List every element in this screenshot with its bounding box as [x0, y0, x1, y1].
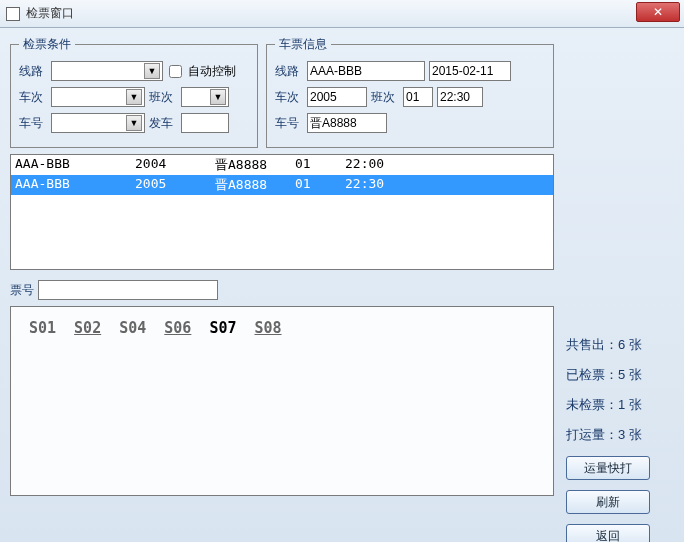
conditions-legend: 检票条件	[19, 36, 75, 53]
app-icon	[6, 7, 20, 21]
stat-checked: 已检票：5 张	[566, 366, 674, 384]
seat-S08[interactable]: S08	[254, 319, 281, 337]
route-label: 线路	[19, 63, 47, 80]
seat-S01[interactable]: S01	[29, 319, 56, 337]
info-car-field[interactable]	[307, 113, 387, 133]
refresh-button[interactable]: 刷新	[566, 490, 650, 514]
seat-S07[interactable]: S07	[209, 319, 236, 337]
side-panel: 共售出：6 张 已检票：5 张 未检票：1 张 打运量：3 张 运量快打 刷新 …	[554, 36, 674, 542]
info-train-label: 车次	[275, 89, 303, 106]
back-button[interactable]: 返回	[566, 524, 650, 542]
chevron-down-icon: ▼	[210, 89, 226, 105]
conditions-group: 检票条件 线路 ▼ 自动控制 车次 ▼ 班次 ▼ 车号 ▼ 发车	[10, 36, 258, 148]
list-row[interactable]: AAA-BBB2004晋A88880122:00	[11, 155, 553, 175]
window-title: 检票窗口	[26, 5, 74, 22]
stat-unchecked: 未检票：1 张	[566, 396, 674, 414]
chevron-down-icon: ▼	[126, 115, 142, 131]
info-car-label: 车号	[275, 115, 303, 132]
info-time-field[interactable]	[437, 87, 483, 107]
info-route-label: 线路	[275, 63, 303, 80]
seat-S02[interactable]: S02	[74, 319, 101, 337]
auto-label: 自动控制	[188, 63, 236, 80]
depart-label: 发车	[149, 115, 177, 132]
info-date-field[interactable]	[429, 61, 511, 81]
shift-label: 班次	[149, 89, 177, 106]
seat-S06[interactable]: S06	[164, 319, 191, 337]
info-train-field[interactable]	[307, 87, 367, 107]
route-combo[interactable]: ▼	[51, 61, 163, 81]
ticket-label: 票号	[10, 282, 34, 299]
info-legend: 车票信息	[275, 36, 331, 53]
info-shift-label: 班次	[371, 89, 399, 106]
seat-S04[interactable]: S04	[119, 319, 146, 337]
stat-capacity: 打运量：3 张	[566, 426, 674, 444]
ticket-input[interactable]	[38, 280, 218, 300]
info-shift-field[interactable]	[403, 87, 433, 107]
ticket-info-group: 车票信息 线路 车次 班次 车号	[266, 36, 554, 148]
stat-sold: 共售出：6 张	[566, 336, 674, 354]
train-combo[interactable]: ▼	[51, 87, 145, 107]
shift-combo[interactable]: ▼	[181, 87, 229, 107]
trip-list[interactable]: AAA-BBB2004晋A88880122:00AAA-BBB2005晋A888…	[10, 154, 554, 270]
chevron-down-icon: ▼	[126, 89, 142, 105]
depart-input[interactable]	[181, 113, 229, 133]
quickprint-button[interactable]: 运量快打	[566, 456, 650, 480]
auto-checkbox[interactable]	[169, 65, 182, 78]
car-label: 车号	[19, 115, 47, 132]
train-label: 车次	[19, 89, 47, 106]
info-route-field[interactable]	[307, 61, 425, 81]
title-bar: 检票窗口 ✕	[0, 0, 684, 28]
close-button[interactable]: ✕	[636, 2, 680, 22]
list-row[interactable]: AAA-BBB2005晋A88880122:30	[11, 175, 553, 195]
seats-panel: S01S02S04S06S07S08	[10, 306, 554, 496]
chevron-down-icon: ▼	[144, 63, 160, 79]
car-combo[interactable]: ▼	[51, 113, 145, 133]
